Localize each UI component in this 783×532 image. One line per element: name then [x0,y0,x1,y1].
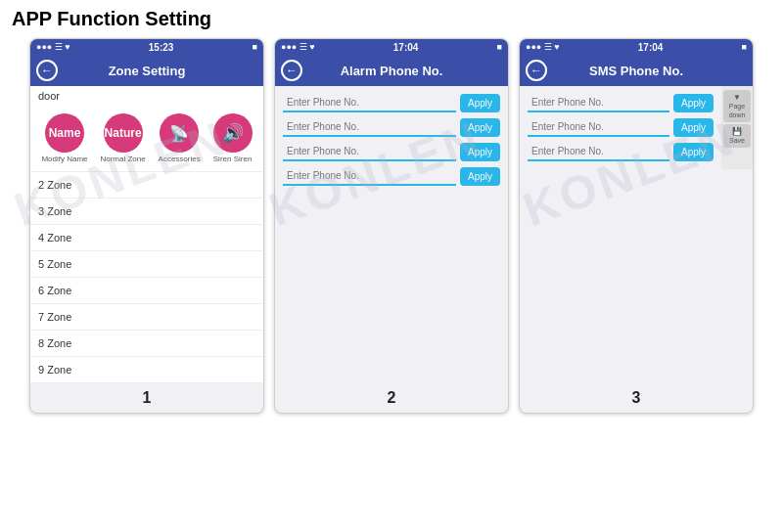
screen1-number: 1 [30,383,263,413]
status-icons-left-1: ●●● ☰ ♥ [36,42,70,52]
icon-circle-accessories: 📡 [160,113,199,153]
phone-inputs-3: Apply Apply Apply [520,86,721,169]
sidebar-right: ▼Pagedown 💾Save [721,86,753,169]
screen3-wrapper: Apply Apply Apply ▼Pagedown 💾Save [520,86,753,169]
icon-row: Name Modify Name Nature Normal Zone 📡 Ac… [30,106,263,172]
screen2-content: Apply Apply Apply Apply [275,86,508,383]
zone-row[interactable]: 4 Zone [30,225,263,251]
phone-input-row-3: Apply [283,143,500,161]
status-icons-right-3: ■ [742,42,747,52]
icon-item-nature[interactable]: Nature Normal Zone [100,113,145,163]
save-button[interactable]: 💾Save [723,124,751,148]
sms-apply-button-3[interactable]: Apply [673,143,714,161]
screen1-content: door Name Modify Name Nature Normal Zone… [30,86,263,383]
phone-input-row-4: Apply [283,167,500,186]
icon-circle-siren: 🔊 [213,113,253,153]
zone-row[interactable]: 6 Zone [30,278,263,304]
sms-input-row-3: Apply [528,143,714,161]
zone-row[interactable]: 9 Zone [30,357,263,383]
screen-2: ●●● ☰ ♥ 17:04 ■ ← Alarm Phone No. Apply … [274,38,509,414]
phone-inputs-2: Apply Apply Apply Apply [275,86,508,194]
phone-input-row-1: Apply [283,94,500,112]
status-time-2: 17:04 [393,42,419,53]
icon-item-siren[interactable]: 🔊 Siren Siren [213,113,253,163]
phone-input-2[interactable] [283,118,456,137]
icon-circle-name: Name [45,113,84,153]
sms-apply-button-1[interactable]: Apply [673,94,714,112]
apply-button-3[interactable]: Apply [460,143,500,161]
back-button-2[interactable]: ← [281,60,302,81]
status-icons-right-1: ■ [253,42,257,52]
status-time-3: 17:04 [638,42,664,53]
nav-bar-3: ← SMS Phone No. [520,55,753,86]
sms-apply-button-2[interactable]: Apply [673,118,714,137]
screen3-number: 3 [520,383,753,413]
zone-row[interactable]: 2 Zone [30,172,263,199]
screenshots-container: ●●● ☰ ♥ 15:23 ■ ← Zone Setting door Name… [0,38,783,423]
icon-label-nature: Normal Zone [100,155,145,163]
nav-bar-1: ← Zone Setting [30,55,263,86]
zone-list: 2 Zone 3 Zone 4 Zone 5 Zone 6 Zone 7 Zon… [30,172,263,383]
back-button-1[interactable]: ← [36,60,58,81]
icon-label-name: Modify Name [41,155,87,163]
zone-row[interactable]: 5 Zone [30,251,263,278]
screen3-content: Apply Apply Apply ▼Pagedown 💾Save [520,86,753,383]
phone-input-1[interactable] [283,94,456,112]
status-icons-left-2: ●●● ☰ ♥ [281,42,315,52]
apply-button-1[interactable]: Apply [460,94,500,112]
back-button-3[interactable]: ← [526,60,547,81]
icon-circle-nature: Nature [104,113,143,153]
apply-button-4[interactable]: Apply [460,167,500,186]
sms-input-row-2: Apply [528,118,714,137]
nav-bar-2: ← Alarm Phone No. [275,55,508,86]
status-bar-1: ●●● ☰ ♥ 15:23 ■ [30,39,263,55]
sms-input-row-1: Apply [528,94,714,112]
zone-row[interactable]: 3 Zone [30,199,263,225]
zone-row[interactable]: 7 Zone [30,304,263,331]
status-icons-left-3: ●●● ☰ ♥ [526,42,560,52]
apply-button-2[interactable]: Apply [460,118,500,137]
screen-1: ●●● ☰ ♥ 15:23 ■ ← Zone Setting door Name… [29,38,264,414]
phone-input-4[interactable] [283,167,456,186]
sms-input-1[interactable] [528,94,669,112]
icon-label-accessories: Accessories [159,155,201,163]
page-title: APP Function Setting [0,0,783,38]
nav-title-3: SMS Phone No. [528,64,745,78]
nav-title-1: Zone Setting [38,64,255,78]
screen2-number: 2 [275,383,508,413]
page-down-button[interactable]: ▼Pagedown [723,90,751,122]
status-time-1: 15:23 [149,42,174,53]
icon-item-accessories[interactable]: 📡 Accessories [159,113,201,163]
status-icons-right-2: ■ [497,42,502,52]
sms-input-3[interactable] [528,143,669,161]
sms-input-2[interactable] [528,118,669,137]
screen-3: ●●● ☰ ♥ 17:04 ■ ← SMS Phone No. Apply Ap… [519,38,754,414]
zone-label: door [30,86,263,106]
nav-title-2: Alarm Phone No. [283,64,500,78]
phone-input-3[interactable] [283,143,456,161]
status-bar-3: ●●● ☰ ♥ 17:04 ■ [520,39,753,55]
icon-label-siren: Siren Siren [213,155,253,163]
status-bar-2: ●●● ☰ ♥ 17:04 ■ [275,39,508,55]
zone-row[interactable]: 8 Zone [30,331,263,357]
phone-input-row-2: Apply [283,118,500,137]
icon-item-name[interactable]: Name Modify Name [41,113,87,163]
